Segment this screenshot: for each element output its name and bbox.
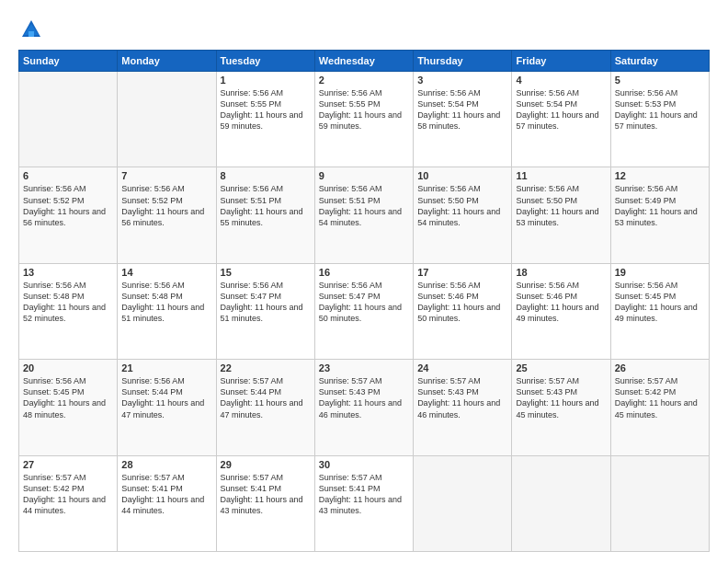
- calendar-cell: [118, 72, 216, 167]
- cell-info: Sunrise: 5:56 AMSunset: 5:48 PMDaylight:…: [121, 280, 211, 325]
- day-number: 2: [319, 75, 409, 86]
- calendar-cell: 2 Sunrise: 5:56 AMSunset: 5:55 PMDayligh…: [314, 72, 413, 167]
- cell-info: Sunrise: 5:56 AMSunset: 5:55 PMDaylight:…: [319, 87, 409, 132]
- calendar-cell: 1 Sunrise: 5:56 AMSunset: 5:55 PMDayligh…: [216, 72, 314, 167]
- day-number: 16: [319, 267, 409, 278]
- cell-info: Sunrise: 5:56 AMSunset: 5:54 PMDaylight:…: [516, 87, 606, 132]
- calendar-cell: 24 Sunrise: 5:57 AMSunset: 5:43 PMDaylig…: [414, 360, 512, 455]
- calendar-cell: 8 Sunrise: 5:56 AMSunset: 5:51 PMDayligh…: [216, 167, 314, 263]
- calendar-cell: 6 Sunrise: 5:56 AMSunset: 5:52 PMDayligh…: [19, 167, 118, 263]
- calendar-cell: 23 Sunrise: 5:57 AMSunset: 5:43 PMDaylig…: [314, 360, 413, 455]
- day-number: 14: [121, 267, 211, 278]
- calendar-cell: 7 Sunrise: 5:56 AMSunset: 5:52 PMDayligh…: [118, 167, 216, 263]
- calendar-cell: [512, 455, 610, 551]
- day-number: 3: [417, 75, 507, 86]
- day-number: 23: [319, 362, 409, 373]
- week-row-3: 13 Sunrise: 5:56 AMSunset: 5:48 PMDaylig…: [19, 263, 710, 359]
- cell-info: Sunrise: 5:57 AMSunset: 5:41 PMDaylight:…: [121, 472, 211, 517]
- page: SundayMondayTuesdayWednesdayThursdayFrid…: [0, 0, 728, 563]
- weekday-header-row: SundayMondayTuesdayWednesdayThursdayFrid…: [19, 51, 710, 72]
- cell-info: Sunrise: 5:57 AMSunset: 5:43 PMDaylight:…: [319, 375, 409, 420]
- weekday-header-friday: Friday: [512, 51, 610, 72]
- calendar-cell: 4 Sunrise: 5:56 AMSunset: 5:54 PMDayligh…: [512, 72, 610, 167]
- day-number: 13: [23, 267, 113, 278]
- day-number: 1: [221, 75, 311, 86]
- calendar-cell: 27 Sunrise: 5:57 AMSunset: 5:42 PMDaylig…: [19, 455, 118, 551]
- cell-info: Sunrise: 5:57 AMSunset: 5:43 PMDaylight:…: [417, 375, 507, 420]
- week-row-2: 6 Sunrise: 5:56 AMSunset: 5:52 PMDayligh…: [19, 167, 710, 263]
- cell-info: Sunrise: 5:56 AMSunset: 5:44 PMDaylight:…: [121, 375, 211, 420]
- calendar-cell: 29 Sunrise: 5:57 AMSunset: 5:41 PMDaylig…: [216, 455, 314, 551]
- cell-info: Sunrise: 5:56 AMSunset: 5:52 PMDaylight:…: [23, 183, 113, 228]
- cell-info: Sunrise: 5:56 AMSunset: 5:48 PMDaylight:…: [23, 280, 113, 325]
- svg-rect-2: [28, 31, 34, 37]
- day-number: 12: [615, 170, 705, 181]
- calendar-cell: 26 Sunrise: 5:57 AMSunset: 5:42 PMDaylig…: [610, 360, 709, 455]
- calendar-cell: 30 Sunrise: 5:57 AMSunset: 5:41 PMDaylig…: [314, 455, 413, 551]
- calendar-cell: 14 Sunrise: 5:56 AMSunset: 5:48 PMDaylig…: [118, 263, 216, 359]
- day-number: 22: [221, 362, 311, 373]
- cell-info: Sunrise: 5:56 AMSunset: 5:50 PMDaylight:…: [417, 183, 507, 228]
- calendar-cell: 5 Sunrise: 5:56 AMSunset: 5:53 PMDayligh…: [610, 72, 709, 167]
- calendar-cell: 10 Sunrise: 5:56 AMSunset: 5:50 PMDaylig…: [414, 167, 512, 263]
- cell-info: Sunrise: 5:57 AMSunset: 5:42 PMDaylight:…: [615, 375, 705, 420]
- cell-info: Sunrise: 5:57 AMSunset: 5:42 PMDaylight:…: [23, 472, 113, 517]
- day-number: 8: [221, 170, 311, 181]
- day-number: 7: [121, 170, 211, 181]
- calendar-cell: 21 Sunrise: 5:56 AMSunset: 5:44 PMDaylig…: [118, 360, 216, 455]
- weekday-header-monday: Monday: [118, 51, 216, 72]
- calendar-cell: [610, 455, 709, 551]
- calendar-cell: 20 Sunrise: 5:56 AMSunset: 5:45 PMDaylig…: [19, 360, 118, 455]
- cell-info: Sunrise: 5:56 AMSunset: 5:51 PMDaylight:…: [221, 183, 311, 228]
- day-number: 9: [319, 170, 409, 181]
- weekday-header-sunday: Sunday: [19, 51, 118, 72]
- week-row-4: 20 Sunrise: 5:56 AMSunset: 5:45 PMDaylig…: [19, 360, 710, 455]
- cell-info: Sunrise: 5:56 AMSunset: 5:54 PMDaylight:…: [417, 87, 507, 132]
- day-number: 30: [319, 459, 409, 470]
- header: [18, 17, 710, 42]
- calendar-cell: 12 Sunrise: 5:56 AMSunset: 5:49 PMDaylig…: [610, 167, 709, 263]
- day-number: 26: [615, 362, 705, 373]
- cell-info: Sunrise: 5:56 AMSunset: 5:46 PMDaylight:…: [516, 280, 606, 325]
- calendar-cell: 3 Sunrise: 5:56 AMSunset: 5:54 PMDayligh…: [414, 72, 512, 167]
- week-row-5: 27 Sunrise: 5:57 AMSunset: 5:42 PMDaylig…: [19, 455, 710, 551]
- calendar-cell: 25 Sunrise: 5:57 AMSunset: 5:43 PMDaylig…: [512, 360, 610, 455]
- calendar-cell: 16 Sunrise: 5:56 AMSunset: 5:47 PMDaylig…: [314, 263, 413, 359]
- cell-info: Sunrise: 5:56 AMSunset: 5:47 PMDaylight:…: [221, 280, 311, 325]
- weekday-header-saturday: Saturday: [610, 51, 709, 72]
- calendar-table: SundayMondayTuesdayWednesdayThursdayFrid…: [18, 50, 710, 552]
- day-number: 4: [516, 75, 606, 86]
- logo: [18, 17, 48, 42]
- calendar-cell: 19 Sunrise: 5:56 AMSunset: 5:45 PMDaylig…: [610, 263, 709, 359]
- cell-info: Sunrise: 5:56 AMSunset: 5:51 PMDaylight:…: [319, 183, 409, 228]
- calendar-cell: [414, 455, 512, 551]
- logo-icon: [18, 17, 44, 42]
- day-number: 20: [23, 362, 113, 373]
- calendar-cell: 9 Sunrise: 5:56 AMSunset: 5:51 PMDayligh…: [314, 167, 413, 263]
- cell-info: Sunrise: 5:56 AMSunset: 5:45 PMDaylight:…: [615, 280, 705, 325]
- cell-info: Sunrise: 5:56 AMSunset: 5:46 PMDaylight:…: [417, 280, 507, 325]
- day-number: 10: [417, 170, 507, 181]
- calendar-cell: 22 Sunrise: 5:57 AMSunset: 5:44 PMDaylig…: [216, 360, 314, 455]
- cell-info: Sunrise: 5:57 AMSunset: 5:44 PMDaylight:…: [221, 375, 311, 420]
- day-number: 18: [516, 267, 606, 278]
- week-row-1: 1 Sunrise: 5:56 AMSunset: 5:55 PMDayligh…: [19, 72, 710, 167]
- cell-info: Sunrise: 5:56 AMSunset: 5:47 PMDaylight:…: [319, 280, 409, 325]
- day-number: 25: [516, 362, 606, 373]
- calendar-cell: 18 Sunrise: 5:56 AMSunset: 5:46 PMDaylig…: [512, 263, 610, 359]
- day-number: 21: [121, 362, 211, 373]
- day-number: 24: [417, 362, 507, 373]
- day-number: 29: [221, 459, 311, 470]
- cell-info: Sunrise: 5:56 AMSunset: 5:53 PMDaylight:…: [615, 87, 705, 132]
- day-number: 17: [417, 267, 507, 278]
- day-number: 6: [23, 170, 113, 181]
- cell-info: Sunrise: 5:57 AMSunset: 5:41 PMDaylight:…: [319, 472, 409, 517]
- weekday-header-wednesday: Wednesday: [314, 51, 413, 72]
- weekday-header-thursday: Thursday: [414, 51, 512, 72]
- cell-info: Sunrise: 5:56 AMSunset: 5:55 PMDaylight:…: [221, 87, 311, 132]
- day-number: 15: [221, 267, 311, 278]
- calendar-cell: 15 Sunrise: 5:56 AMSunset: 5:47 PMDaylig…: [216, 263, 314, 359]
- day-number: 27: [23, 459, 113, 470]
- cell-info: Sunrise: 5:56 AMSunset: 5:45 PMDaylight:…: [23, 375, 113, 420]
- cell-info: Sunrise: 5:56 AMSunset: 5:52 PMDaylight:…: [121, 183, 211, 228]
